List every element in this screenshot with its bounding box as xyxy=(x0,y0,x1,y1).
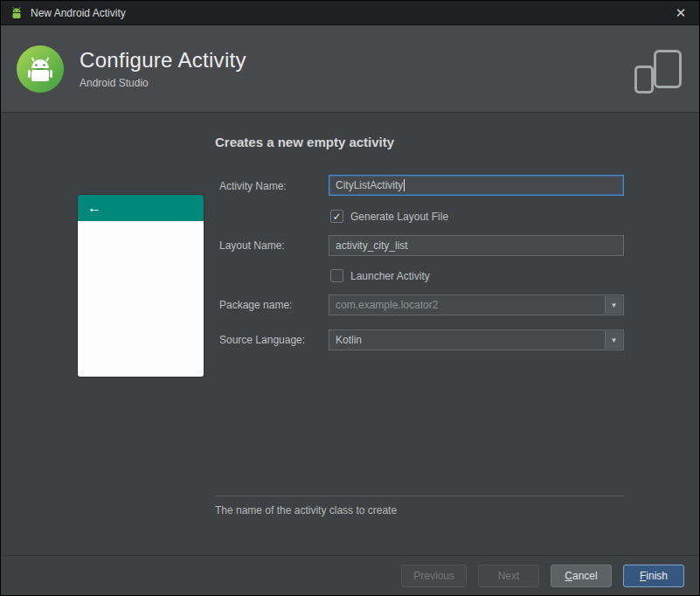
previous-button[interactable]: Previous xyxy=(401,565,467,587)
wizard-title: Configure Activity xyxy=(80,48,246,73)
preview-appbar: ← xyxy=(78,195,204,221)
layout-name-label: Layout Name: xyxy=(219,239,285,252)
new-activity-dialog: New Android Activity ✕ Configure Activit… xyxy=(0,0,700,596)
button-bar: Previous Next Cancel Finish xyxy=(1,555,699,595)
help-divider xyxy=(215,496,624,496)
check-icon: ✓ xyxy=(332,211,341,222)
launcher-activity-row: Launcher Activity xyxy=(330,269,430,282)
close-icon[interactable]: ✕ xyxy=(671,5,690,21)
activity-name-label: Activity Name: xyxy=(219,180,287,192)
wizard-content: Creates a new empty activity ← Activity … xyxy=(1,114,699,555)
help-text: The name of the activity class to create xyxy=(215,504,397,516)
source-language-label: Source Language: xyxy=(219,334,305,346)
finish-button[interactable]: Finish xyxy=(623,565,684,587)
wizard-header: Configure Activity Android Studio xyxy=(1,25,699,113)
phone-shape xyxy=(634,66,654,94)
package-name-value: com.example.locator2 xyxy=(336,299,438,311)
activity-name-value: CityListActivity xyxy=(336,179,403,191)
text-caret xyxy=(404,179,405,191)
preview-body xyxy=(78,221,204,377)
title-bar: New Android Activity ✕ xyxy=(1,1,699,25)
android-studio-logo xyxy=(15,44,66,94)
package-dropdown-icon[interactable]: ▼ xyxy=(605,296,622,314)
phone-tablet-icon xyxy=(634,50,682,92)
tablet-shape xyxy=(654,50,682,88)
activity-name-input[interactable]: CityListActivity xyxy=(329,175,624,196)
package-name-label: Package name: xyxy=(219,299,292,311)
android-icon xyxy=(10,6,24,20)
cancel-button[interactable]: Cancel xyxy=(551,565,612,587)
generate-layout-row: ✓ Generate Layout File xyxy=(330,210,448,223)
layout-name-input[interactable]: activity_city_list xyxy=(329,235,624,256)
activity-preview: ← xyxy=(78,195,204,377)
package-name-combobox[interactable]: com.example.locator2 ▼ xyxy=(329,295,624,315)
window-title: New Android Activity xyxy=(31,7,126,19)
language-dropdown-icon[interactable]: ▼ xyxy=(605,331,622,349)
generate-layout-label: Generate Layout File xyxy=(350,211,448,223)
step-heading: Creates a new empty activity xyxy=(215,135,394,149)
back-arrow-icon: ← xyxy=(87,201,101,215)
source-language-combobox[interactable]: Kotlin ▼ xyxy=(329,329,624,350)
layout-name-value: activity_city_list xyxy=(336,239,408,252)
generate-layout-checkbox[interactable]: ✓ xyxy=(330,210,343,223)
wizard-subtitle: Android Studio xyxy=(80,77,246,89)
source-language-value: Kotlin xyxy=(336,334,362,346)
launcher-activity-checkbox[interactable] xyxy=(330,269,343,282)
launcher-activity-label: Launcher Activity xyxy=(350,270,430,282)
next-button[interactable]: Next xyxy=(478,565,539,587)
header-text: Configure Activity Android Studio xyxy=(80,48,246,89)
